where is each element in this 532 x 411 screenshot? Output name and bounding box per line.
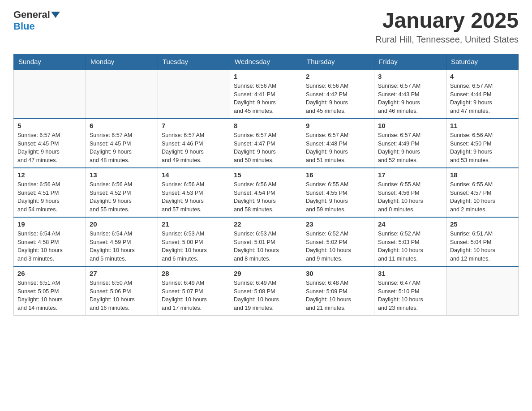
day-info: Sunrise: 6:53 AMSunset: 5:00 PMDaylight:… — [162, 230, 226, 263]
weekday-header-sunday: Sunday — [14, 54, 86, 69]
calendar-cell-4-3: 21Sunrise: 6:53 AMSunset: 5:00 PMDayligh… — [158, 217, 230, 266]
logo-general-text: General — [13, 9, 50, 21]
day-info: Sunrise: 6:50 AMSunset: 5:06 PMDaylight:… — [90, 279, 154, 313]
page-title: January 2025 — [375, 9, 519, 33]
calendar-cell-2-7: 11Sunrise: 6:56 AMSunset: 4:50 PMDayligh… — [446, 119, 519, 168]
calendar-cell-1-3 — [158, 69, 230, 119]
day-number: 30 — [306, 270, 370, 277]
calendar-cell-5-1: 26Sunrise: 6:51 AMSunset: 5:05 PMDayligh… — [14, 266, 86, 316]
day-info: Sunrise: 6:55 AMSunset: 4:55 PMDaylight:… — [306, 180, 370, 214]
day-info: Sunrise: 6:56 AMSunset: 4:51 PMDaylight:… — [17, 180, 82, 214]
calendar-cell-3-7: 18Sunrise: 6:55 AMSunset: 4:57 PMDayligh… — [446, 168, 519, 217]
day-info: Sunrise: 6:57 AMSunset: 4:48 PMDaylight:… — [306, 131, 370, 165]
calendar-cell-3-3: 14Sunrise: 6:56 AMSunset: 4:53 PMDayligh… — [158, 168, 230, 217]
calendar-table: SundayMondayTuesdayWednesdayThursdayFrid… — [13, 54, 519, 316]
logo: General Blue — [13, 9, 61, 32]
day-number: 25 — [450, 220, 515, 228]
day-number: 5 — [17, 122, 82, 129]
calendar-cell-1-2 — [86, 69, 158, 119]
calendar-cell-1-5: 2Sunrise: 6:56 AMSunset: 4:42 PMDaylight… — [302, 69, 374, 119]
day-number: 26 — [17, 270, 82, 277]
calendar-cell-4-2: 20Sunrise: 6:54 AMSunset: 4:59 PMDayligh… — [86, 217, 158, 266]
day-info: Sunrise: 6:49 AMSunset: 5:07 PMDaylight:… — [162, 279, 226, 313]
week-row-1: 1Sunrise: 6:56 AMSunset: 4:41 PMDaylight… — [14, 69, 519, 119]
day-number: 18 — [450, 171, 515, 179]
weekday-header-wednesday: Wednesday — [230, 54, 302, 69]
calendar-cell-2-5: 9Sunrise: 6:57 AMSunset: 4:48 PMDaylight… — [302, 119, 374, 168]
calendar-cell-4-7: 25Sunrise: 6:51 AMSunset: 5:04 PMDayligh… — [446, 217, 519, 266]
calendar-cell-5-4: 29Sunrise: 6:49 AMSunset: 5:08 PMDayligh… — [230, 266, 302, 316]
weekday-header-friday: Friday — [374, 54, 446, 69]
day-info: Sunrise: 6:57 AMSunset: 4:49 PMDaylight:… — [378, 131, 442, 165]
day-info: Sunrise: 6:55 AMSunset: 4:56 PMDaylight:… — [378, 180, 442, 214]
day-number: 24 — [378, 220, 442, 228]
day-number: 14 — [162, 171, 226, 179]
day-info: Sunrise: 6:54 AMSunset: 4:58 PMDaylight:… — [17, 230, 82, 263]
week-row-3: 12Sunrise: 6:56 AMSunset: 4:51 PMDayligh… — [14, 168, 519, 217]
day-number: 31 — [378, 270, 442, 277]
calendar-cell-5-7 — [446, 266, 519, 316]
day-info: Sunrise: 6:56 AMSunset: 4:52 PMDaylight:… — [90, 180, 154, 214]
day-info: Sunrise: 6:51 AMSunset: 5:04 PMDaylight:… — [450, 230, 515, 263]
day-number: 8 — [234, 122, 298, 129]
calendar-cell-3-6: 17Sunrise: 6:55 AMSunset: 4:56 PMDayligh… — [374, 168, 446, 217]
day-number: 10 — [378, 122, 442, 129]
day-number: 2 — [306, 73, 370, 80]
weekday-header-monday: Monday — [86, 54, 158, 69]
calendar-cell-3-2: 13Sunrise: 6:56 AMSunset: 4:52 PMDayligh… — [86, 168, 158, 217]
logo-arrow-icon — [51, 12, 60, 18]
calendar-cell-2-3: 7Sunrise: 6:57 AMSunset: 4:46 PMDaylight… — [158, 119, 230, 168]
day-info: Sunrise: 6:52 AMSunset: 5:03 PMDaylight:… — [378, 230, 442, 263]
page-header: General Blue January 2025 Rural Hill, Te… — [13, 9, 519, 45]
calendar-cell-4-6: 24Sunrise: 6:52 AMSunset: 5:03 PMDayligh… — [374, 217, 446, 266]
day-info: Sunrise: 6:57 AMSunset: 4:47 PMDaylight:… — [234, 131, 298, 165]
calendar-cell-1-1 — [14, 69, 86, 119]
calendar-cell-1-6: 3Sunrise: 6:57 AMSunset: 4:43 PMDaylight… — [374, 69, 446, 119]
calendar-cell-2-1: 5Sunrise: 6:57 AMSunset: 4:45 PMDaylight… — [14, 119, 86, 168]
day-number: 22 — [234, 220, 298, 228]
day-info: Sunrise: 6:56 AMSunset: 4:42 PMDaylight:… — [306, 82, 370, 116]
day-info: Sunrise: 6:55 AMSunset: 4:57 PMDaylight:… — [450, 180, 515, 214]
day-info: Sunrise: 6:56 AMSunset: 4:50 PMDaylight:… — [450, 131, 515, 165]
day-info: Sunrise: 6:57 AMSunset: 4:44 PMDaylight:… — [450, 82, 515, 116]
week-row-2: 5Sunrise: 6:57 AMSunset: 4:45 PMDaylight… — [14, 119, 519, 168]
weekday-header-thursday: Thursday — [302, 54, 374, 69]
weekday-header-tuesday: Tuesday — [158, 54, 230, 69]
calendar-cell-4-5: 23Sunrise: 6:52 AMSunset: 5:02 PMDayligh… — [302, 217, 374, 266]
week-row-5: 26Sunrise: 6:51 AMSunset: 5:05 PMDayligh… — [14, 266, 519, 316]
day-number: 11 — [450, 122, 515, 129]
day-info: Sunrise: 6:57 AMSunset: 4:45 PMDaylight:… — [17, 131, 82, 165]
calendar-cell-1-4: 1Sunrise: 6:56 AMSunset: 4:41 PMDaylight… — [230, 69, 302, 119]
day-info: Sunrise: 6:51 AMSunset: 5:05 PMDaylight:… — [17, 279, 82, 313]
day-number: 3 — [378, 73, 442, 80]
day-number: 9 — [306, 122, 370, 129]
day-info: Sunrise: 6:57 AMSunset: 4:46 PMDaylight:… — [162, 131, 226, 165]
calendar-cell-2-4: 8Sunrise: 6:57 AMSunset: 4:47 PMDaylight… — [230, 119, 302, 168]
day-info: Sunrise: 6:54 AMSunset: 4:59 PMDaylight:… — [90, 230, 154, 263]
day-number: 12 — [17, 171, 82, 179]
week-row-4: 19Sunrise: 6:54 AMSunset: 4:58 PMDayligh… — [14, 217, 519, 266]
day-info: Sunrise: 6:47 AMSunset: 5:10 PMDaylight:… — [378, 279, 442, 313]
day-info: Sunrise: 6:52 AMSunset: 5:02 PMDaylight:… — [306, 230, 370, 263]
calendar-cell-4-4: 22Sunrise: 6:53 AMSunset: 5:01 PMDayligh… — [230, 217, 302, 266]
day-info: Sunrise: 6:48 AMSunset: 5:09 PMDaylight:… — [306, 279, 370, 313]
weekday-header-row: SundayMondayTuesdayWednesdayThursdayFrid… — [14, 54, 519, 69]
page-subtitle: Rural Hill, Tennessee, United States — [375, 34, 519, 45]
calendar-cell-4-1: 19Sunrise: 6:54 AMSunset: 4:58 PMDayligh… — [14, 217, 86, 266]
day-number: 19 — [17, 220, 82, 228]
calendar-cell-3-5: 16Sunrise: 6:55 AMSunset: 4:55 PMDayligh… — [302, 168, 374, 217]
day-number: 15 — [234, 171, 298, 179]
day-number: 27 — [90, 270, 154, 277]
title-section: January 2025 Rural Hill, Tennessee, Unit… — [375, 9, 519, 45]
day-info: Sunrise: 6:57 AMSunset: 4:45 PMDaylight:… — [90, 131, 154, 165]
logo-blue-text: Blue — [13, 21, 35, 32]
calendar-cell-1-7: 4Sunrise: 6:57 AMSunset: 4:44 PMDaylight… — [446, 69, 519, 119]
day-number: 13 — [90, 171, 154, 179]
weekday-header-saturday: Saturday — [446, 54, 519, 69]
calendar-cell-2-2: 6Sunrise: 6:57 AMSunset: 4:45 PMDaylight… — [86, 119, 158, 168]
day-info: Sunrise: 6:57 AMSunset: 4:43 PMDaylight:… — [378, 82, 442, 116]
day-number: 16 — [306, 171, 370, 179]
day-number: 7 — [162, 122, 226, 129]
day-number: 17 — [378, 171, 442, 179]
day-number: 28 — [162, 270, 226, 277]
